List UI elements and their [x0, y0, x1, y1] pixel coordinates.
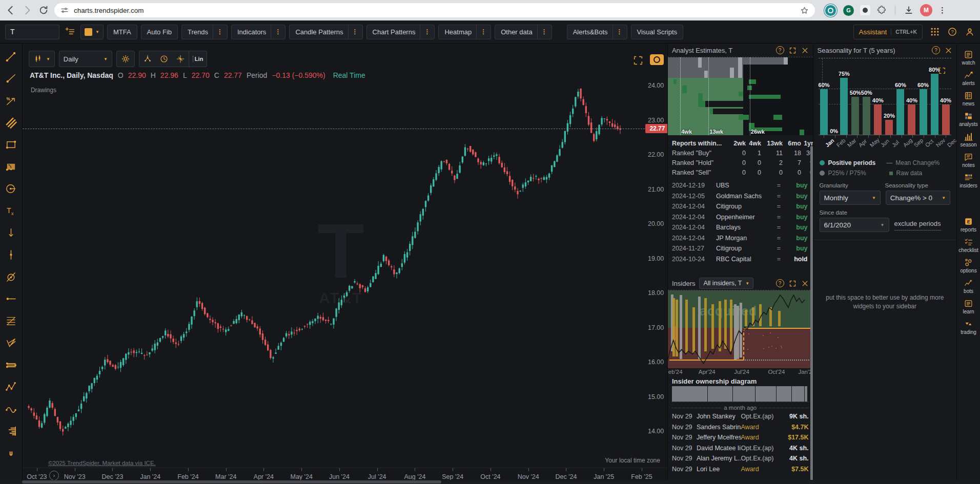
percent-line-tool-icon[interactable]: %	[5, 95, 17, 107]
bookmark-star-icon[interactable]	[800, 6, 809, 15]
insiders-chart[interactable]: acquired	[668, 290, 813, 368]
analyst-reports-list[interactable]: 2024-12-19UBS=buy2024-12-05Goldman Sachs…	[668, 179, 813, 277]
chart-style-swatch[interactable]: ▼	[80, 25, 104, 39]
address-bar[interactable]: charts.trendspider.com	[54, 3, 815, 17]
insider-transaction-row[interactable]: Nov 29John StankeyOpt.Ex.(ap)9K sh.	[672, 411, 809, 422]
legend-raw-label[interactable]: Raw data	[896, 170, 923, 177]
browser-back-icon[interactable]	[5, 5, 16, 16]
expand-icon[interactable]	[789, 280, 797, 287]
analyst-report-row[interactable]: 2024-10-24RBC Capital=hold	[672, 254, 808, 265]
ray-tool-icon[interactable]	[5, 73, 17, 85]
zigzag-tool-icon[interactable]	[5, 381, 17, 393]
sidebar-item-trading[interactable]: trading	[961, 319, 976, 335]
help-icon[interactable]: ?	[776, 279, 784, 287]
sidebar-item-news[interactable]: news	[963, 91, 974, 107]
fib-retracement-tool-icon[interactable]	[5, 315, 17, 327]
sidebar-item-alerts[interactable]: alerts	[962, 70, 974, 86]
toolbar-button-indicators[interactable]: Indicators⋮	[231, 25, 285, 39]
toolbar-button-candle-patterns[interactable]: Candle Patterns⋮	[289, 25, 362, 39]
insider-transaction-row[interactable]: Nov 29Alan Jeremy L...Opt.Ex.(ap)4K sh.	[672, 453, 809, 464]
axis-expand-button[interactable]: ›	[49, 471, 59, 480]
button-menu-dots-icon[interactable]: ⋮	[537, 25, 547, 39]
chart-settings-button[interactable]	[116, 51, 135, 67]
toolbar-button-trends[interactable]: Trends⋮	[181, 25, 228, 39]
fullscreen-icon[interactable]	[632, 55, 644, 66]
analyst-report-row[interactable]: 2024-12-19UBS=buy	[672, 180, 808, 191]
compare-button[interactable]	[139, 51, 156, 67]
seasonality-bar-slot[interactable]: 20%	[884, 58, 895, 135]
ownership-diagram[interactable]	[672, 386, 809, 402]
ownership-block[interactable]	[672, 386, 708, 402]
insider-transaction-row[interactable]: Nov 29Lori LeeAward$7.5K	[672, 464, 809, 475]
sidebar-item-insiders[interactable]: insiders	[959, 173, 977, 188]
extension-icon[interactable]	[860, 5, 870, 15]
seasonality-bar-slot[interactable]: 50%	[850, 58, 861, 135]
analyst-estimates-chart[interactable]: 4wk13wk26wk	[668, 57, 813, 135]
close-icon[interactable]	[801, 280, 809, 287]
legend-mean-label[interactable]: Mean Change%	[895, 159, 940, 166]
toolbar-button-mtfa[interactable]: MTFA	[107, 25, 137, 39]
volume-profile-tool-icon[interactable]	[5, 425, 17, 437]
browser-forward-icon[interactable]	[22, 5, 33, 16]
toolbar-button-heatmap[interactable]: Heatmap⋮	[438, 25, 491, 39]
assistant-button[interactable]: Assistant CTRL+K	[853, 25, 923, 39]
button-menu-dots-icon[interactable]: ⋮	[348, 25, 358, 39]
rectangle-tool-icon[interactable]	[5, 139, 17, 151]
analyst-report-row[interactable]: 2024-12-04JP Morgan=buy	[672, 233, 808, 244]
sessions-button[interactable]	[156, 51, 172, 67]
sidebar-item-learn[interactable]: learn	[963, 299, 974, 314]
toolbar-button-chart-patterns[interactable]: Chart Patterns⋮	[366, 25, 435, 39]
ownership-block[interactable]	[733, 386, 756, 402]
ownership-block[interactable]	[777, 386, 792, 402]
sidebar-item-options[interactable]: options	[960, 258, 976, 273]
exclude-periods-link[interactable]: exclude periods	[894, 220, 941, 230]
sidebar-item-season[interactable]: season	[960, 132, 976, 148]
expand-icon[interactable]	[789, 47, 797, 54]
toolbar-button-alerts-bots[interactable]: Alerts&Bots⋮	[567, 25, 627, 39]
seasonality-bar-chart[interactable]: 60%0%75%50%50%40%20%60%40%60%80%40% JanF…	[819, 58, 952, 154]
password-extension-icon[interactable]	[824, 4, 837, 17]
apps-grid-icon[interactable]	[930, 27, 940, 37]
help-icon[interactable]: ?	[776, 46, 784, 54]
account-icon[interactable]	[965, 27, 975, 37]
site-settings-icon[interactable]	[60, 6, 69, 14]
button-menu-dots-icon[interactable]: ⋮	[476, 25, 486, 39]
sidebar-item-notes[interactable]: notes	[962, 152, 974, 168]
analyst-report-row[interactable]: 2024-12-04Citigroup=buy	[672, 201, 808, 212]
pitchfork-tool-icon[interactable]	[5, 337, 17, 349]
curve-tool-icon[interactable]	[5, 403, 17, 415]
seasonality-bar-slot[interactable]: 60%	[895, 58, 906, 135]
horizontal-scrollbar[interactable]	[0, 480, 980, 484]
seasonality-bar-slot[interactable]: 40%	[872, 58, 884, 135]
button-menu-dots-icon[interactable]: ⋮	[271, 25, 281, 39]
ownership-block[interactable]	[792, 386, 805, 402]
since-date-select[interactable]: 6/1/2020▼	[820, 218, 889, 232]
seasonality-bar-slot[interactable]: 40%	[906, 58, 917, 135]
parallel-lines-tool-icon[interactable]	[5, 359, 17, 371]
seasonality-bar-slot[interactable]: 0%	[830, 58, 839, 135]
insiders-filter-select[interactable]: All insiders, T ▼	[699, 278, 753, 289]
copyright-link[interactable]: ©2025 TrendSpider, Market data via ICE.	[48, 460, 156, 466]
arrow-down-tool-icon[interactable]	[5, 227, 17, 239]
close-icon[interactable]	[945, 47, 952, 54]
seasonality-bar-slot[interactable]: 60%	[819, 58, 830, 135]
ownership-block[interactable]	[805, 386, 808, 402]
legend-percentile-label[interactable]: P25% / P75%	[828, 170, 866, 177]
sidebar-item-watch[interactable]: watch	[962, 50, 975, 66]
sidebar-item-bots[interactable]: bots	[964, 278, 973, 294]
insider-transaction-row[interactable]: Nov 29Jeffery McelfreshAward$17.5K	[672, 432, 809, 443]
seasonality-bar-slot[interactable]: 60%	[917, 58, 929, 135]
scrollbar-thumb[interactable]	[22, 480, 441, 483]
seasonality-type-select[interactable]: Change% > 0▼	[886, 191, 950, 205]
crosshair-button[interactable]	[172, 51, 189, 67]
sidebar-item-reports[interactable]: Ereports	[961, 217, 976, 233]
add-to-watchlist-icon[interactable]	[63, 25, 77, 39]
sidebar-item-checklist[interactable]: checklist	[958, 237, 978, 253]
circle-tool-icon[interactable]	[5, 183, 17, 195]
magnet-tool-icon[interactable]	[7, 450, 15, 459]
vertical-line-tool-icon[interactable]	[5, 249, 17, 261]
screenshot-camera-button[interactable]	[650, 54, 664, 65]
granularity-select[interactable]: Monthly▼	[820, 191, 881, 205]
text-tool-icon[interactable]: Tx	[5, 205, 17, 217]
help-icon[interactable]: ?	[932, 46, 940, 54]
